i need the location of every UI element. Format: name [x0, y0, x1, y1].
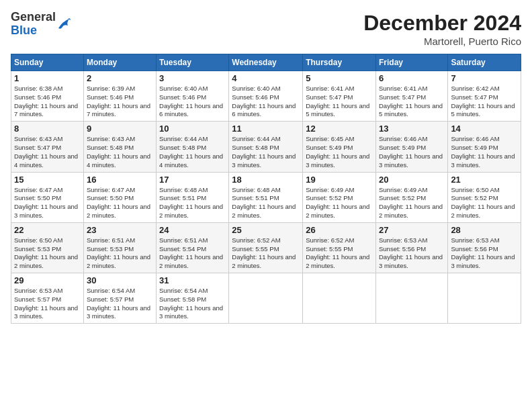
day-info: Sunrise: 6:47 AM Sunset: 5:50 PM Dayligh… — [14, 186, 81, 220]
day-info: Sunrise: 6:53 AM Sunset: 5:56 PM Dayligh… — [379, 236, 445, 271]
calendar-cell: 29Sunrise: 6:53 AM Sunset: 5:57 PM Dayli… — [11, 273, 84, 324]
day-info: Sunrise: 6:48 AM Sunset: 5:51 PM Dayligh… — [159, 186, 226, 220]
calendar-cell: 26Sunrise: 6:52 AM Sunset: 5:55 PM Dayli… — [303, 222, 376, 273]
calendar-cell: 9Sunrise: 6:43 AM Sunset: 5:48 PM Daylig… — [83, 122, 156, 172]
day-number: 9 — [87, 124, 153, 134]
day-of-week-header: Friday — [375, 54, 447, 71]
day-info: Sunrise: 6:47 AM Sunset: 5:50 PM Dayligh… — [87, 186, 153, 220]
day-info: Sunrise: 6:48 AM Sunset: 5:51 PM Dayligh… — [232, 186, 300, 220]
day-number: 17 — [159, 175, 226, 185]
day-info: Sunrise: 6:38 AM Sunset: 5:46 PM Dayligh… — [14, 85, 81, 119]
day-number: 12 — [306, 124, 373, 134]
calendar-cell: 27Sunrise: 6:53 AM Sunset: 5:56 PM Dayli… — [375, 222, 447, 273]
calendar-cell: 15Sunrise: 6:47 AM Sunset: 5:50 PM Dayli… — [11, 172, 84, 222]
day-info: Sunrise: 6:43 AM Sunset: 5:48 PM Dayligh… — [87, 135, 153, 169]
header: General Blue December 2024 Martorell, Pu… — [11, 11, 521, 47]
calendar-cell: 23Sunrise: 6:51 AM Sunset: 5:53 PM Dayli… — [83, 222, 156, 273]
day-info: Sunrise: 6:46 AM Sunset: 5:49 PM Dayligh… — [379, 135, 445, 169]
calendar-cell: 17Sunrise: 6:48 AM Sunset: 5:51 PM Dayli… — [157, 172, 229, 222]
day-info: Sunrise: 6:44 AM Sunset: 5:48 PM Dayligh… — [232, 135, 300, 169]
day-number: 10 — [159, 124, 226, 134]
day-info: Sunrise: 6:49 AM Sunset: 5:52 PM Dayligh… — [379, 186, 445, 220]
day-of-week-header: Sunday — [11, 54, 84, 71]
calendar-week-row: 8Sunrise: 6:43 AM Sunset: 5:47 PM Daylig… — [11, 122, 521, 172]
calendar-cell: 10Sunrise: 6:44 AM Sunset: 5:48 PM Dayli… — [157, 122, 229, 172]
calendar-cell: 14Sunrise: 6:46 AM Sunset: 5:49 PM Dayli… — [448, 122, 521, 172]
calendar-cell — [448, 273, 521, 324]
calendar-week-row: 15Sunrise: 6:47 AM Sunset: 5:50 PM Dayli… — [11, 172, 521, 222]
month-title: December 2024 — [363, 11, 521, 36]
calendar-cell: 13Sunrise: 6:46 AM Sunset: 5:49 PM Dayli… — [375, 122, 447, 172]
day-info: Sunrise: 6:52 AM Sunset: 5:55 PM Dayligh… — [306, 236, 373, 271]
calendar-cell: 25Sunrise: 6:52 AM Sunset: 5:55 PM Dayli… — [229, 222, 303, 273]
day-number: 15 — [14, 175, 81, 185]
day-info: Sunrise: 6:51 AM Sunset: 5:54 PM Dayligh… — [159, 236, 226, 271]
day-number: 16 — [87, 175, 153, 185]
day-number: 3 — [159, 73, 226, 83]
day-info: Sunrise: 6:49 AM Sunset: 5:52 PM Dayligh… — [306, 186, 373, 220]
title-block: December 2024 Martorell, Puerto Rico — [363, 11, 521, 47]
bird-icon — [57, 16, 71, 32]
day-number: 27 — [379, 225, 445, 235]
day-number: 7 — [451, 73, 518, 83]
calendar-cell: 12Sunrise: 6:45 AM Sunset: 5:49 PM Dayli… — [303, 122, 376, 172]
day-info: Sunrise: 6:40 AM Sunset: 5:46 PM Dayligh… — [232, 85, 300, 119]
day-number: 26 — [306, 225, 373, 235]
calendar-cell: 20Sunrise: 6:49 AM Sunset: 5:52 PM Dayli… — [375, 172, 447, 222]
day-of-week-header: Tuesday — [157, 54, 229, 71]
day-info: Sunrise: 6:51 AM Sunset: 5:53 PM Dayligh… — [87, 236, 153, 271]
day-number: 14 — [451, 124, 518, 134]
day-info: Sunrise: 6:52 AM Sunset: 5:55 PM Dayligh… — [232, 236, 300, 271]
calendar-header: SundayMondayTuesdayWednesdayThursdayFrid… — [11, 54, 521, 71]
day-info: Sunrise: 6:45 AM Sunset: 5:49 PM Dayligh… — [306, 135, 373, 169]
calendar-cell: 5Sunrise: 6:41 AM Sunset: 5:47 PM Daylig… — [303, 71, 376, 122]
calendar-cell: 8Sunrise: 6:43 AM Sunset: 5:47 PM Daylig… — [11, 122, 84, 172]
calendar-cell — [375, 273, 447, 324]
day-info: Sunrise: 6:41 AM Sunset: 5:47 PM Dayligh… — [379, 85, 445, 119]
day-number: 25 — [232, 225, 300, 235]
day-number: 24 — [159, 225, 226, 235]
calendar-cell: 3Sunrise: 6:40 AM Sunset: 5:46 PM Daylig… — [157, 71, 229, 122]
day-number: 1 — [14, 73, 81, 83]
day-info: Sunrise: 6:50 AM Sunset: 5:53 PM Dayligh… — [14, 236, 81, 271]
calendar-week-row: 1Sunrise: 6:38 AM Sunset: 5:46 PM Daylig… — [11, 71, 521, 122]
day-info: Sunrise: 6:54 AM Sunset: 5:57 PM Dayligh… — [87, 287, 153, 321]
calendar-cell: 1Sunrise: 6:38 AM Sunset: 5:46 PM Daylig… — [11, 71, 84, 122]
day-number: 5 — [306, 73, 373, 83]
day-number: 28 — [451, 225, 518, 235]
calendar-cell: 2Sunrise: 6:39 AM Sunset: 5:46 PM Daylig… — [83, 71, 156, 122]
calendar-week-row: 22Sunrise: 6:50 AM Sunset: 5:53 PM Dayli… — [11, 222, 521, 273]
calendar-table: SundayMondayTuesdayWednesdayThursdayFrid… — [11, 54, 521, 324]
day-number: 4 — [232, 73, 300, 83]
day-info: Sunrise: 6:41 AM Sunset: 5:47 PM Dayligh… — [306, 85, 373, 119]
calendar-cell — [229, 273, 303, 324]
logo-general: General — [11, 11, 56, 24]
calendar-cell: 24Sunrise: 6:51 AM Sunset: 5:54 PM Dayli… — [157, 222, 229, 273]
day-info: Sunrise: 6:50 AM Sunset: 5:52 PM Dayligh… — [451, 186, 518, 220]
day-of-week-header: Wednesday — [229, 54, 303, 71]
calendar-cell: 4Sunrise: 6:40 AM Sunset: 5:46 PM Daylig… — [229, 71, 303, 122]
day-number: 21 — [451, 175, 518, 185]
day-of-week-header: Monday — [83, 54, 156, 71]
day-info: Sunrise: 6:54 AM Sunset: 5:58 PM Dayligh… — [159, 287, 226, 321]
day-number: 23 — [87, 225, 153, 235]
day-info: Sunrise: 6:43 AM Sunset: 5:47 PM Dayligh… — [14, 135, 81, 169]
day-info: Sunrise: 6:44 AM Sunset: 5:48 PM Dayligh… — [159, 135, 226, 169]
day-of-week-header: Saturday — [448, 54, 521, 71]
calendar-week-row: 29Sunrise: 6:53 AM Sunset: 5:57 PM Dayli… — [11, 273, 521, 324]
calendar-cell: 30Sunrise: 6:54 AM Sunset: 5:57 PM Dayli… — [83, 273, 156, 324]
day-number: 22 — [14, 225, 81, 235]
calendar-cell: 22Sunrise: 6:50 AM Sunset: 5:53 PM Dayli… — [11, 222, 84, 273]
page: General Blue December 2024 Martorell, Pu… — [0, 0, 532, 411]
calendar-cell: 7Sunrise: 6:42 AM Sunset: 5:47 PM Daylig… — [448, 71, 521, 122]
calendar-cell: 6Sunrise: 6:41 AM Sunset: 5:47 PM Daylig… — [375, 71, 447, 122]
calendar-cell: 16Sunrise: 6:47 AM Sunset: 5:50 PM Dayli… — [83, 172, 156, 222]
day-info: Sunrise: 6:53 AM Sunset: 5:57 PM Dayligh… — [14, 287, 81, 321]
calendar-cell: 31Sunrise: 6:54 AM Sunset: 5:58 PM Dayli… — [157, 273, 229, 324]
day-number: 13 — [379, 124, 445, 134]
day-info: Sunrise: 6:42 AM Sunset: 5:47 PM Dayligh… — [451, 85, 518, 119]
day-number: 18 — [232, 175, 300, 185]
logo-blue: Blue — [11, 24, 56, 38]
day-number: 31 — [159, 275, 226, 285]
day-number: 30 — [87, 275, 153, 285]
